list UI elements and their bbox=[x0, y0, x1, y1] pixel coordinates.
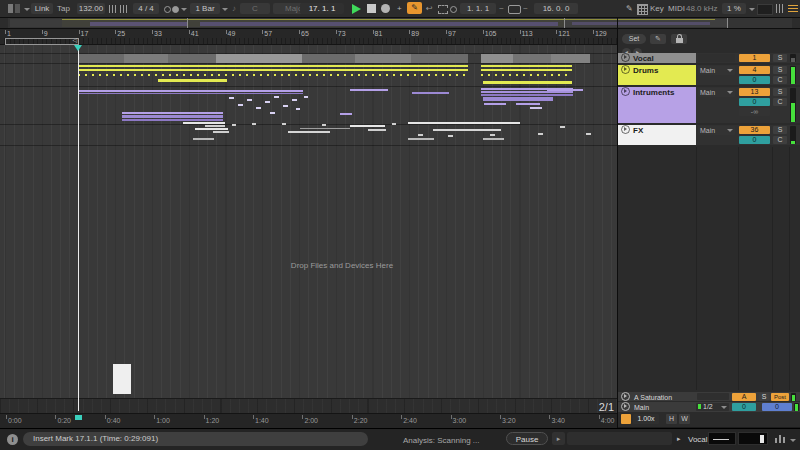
track-height-button[interactable]: H bbox=[666, 414, 677, 424]
set-button[interactable]: Set bbox=[622, 34, 646, 44]
selection-box-icon[interactable] bbox=[438, 5, 448, 14]
clip[interactable] bbox=[288, 131, 330, 133]
loop-end-marker-icon[interactable]: ◁ bbox=[72, 38, 77, 43]
track-row-fx[interactable]: FX Main 36 S 0 C bbox=[618, 125, 800, 145]
midi-arrangement-overdub-button[interactable]: ✎ bbox=[407, 2, 422, 14]
solo-button[interactable]: S bbox=[773, 66, 787, 74]
crossfade-button[interactable]: C bbox=[773, 98, 787, 106]
clip[interactable] bbox=[408, 122, 520, 124]
tap-button[interactable]: Tap bbox=[57, 3, 70, 14]
nudge-down-icon[interactable] bbox=[109, 5, 117, 13]
loop-region-brace[interactable]: ◁ bbox=[5, 38, 79, 45]
punch-in-icon[interactable]: ~ bbox=[499, 3, 504, 14]
time-signature-field[interactable]: 4 / 4 bbox=[133, 3, 159, 14]
meter-caret-icon[interactable] bbox=[790, 439, 796, 442]
clip[interactable] bbox=[483, 81, 572, 84]
clip[interactable] bbox=[78, 74, 468, 76]
track-play-icon[interactable] bbox=[621, 125, 630, 134]
group-unfold-icon[interactable] bbox=[621, 53, 630, 62]
clip[interactable] bbox=[256, 107, 261, 109]
cpu-load-field[interactable]: 1 % bbox=[722, 3, 746, 14]
clip[interactable] bbox=[481, 65, 572, 67]
stop-button[interactable] bbox=[367, 4, 376, 13]
clip[interactable] bbox=[229, 97, 234, 99]
clip[interactable] bbox=[483, 138, 504, 140]
midi-map-button[interactable]: MIDI bbox=[668, 3, 685, 14]
track-name-instruments[interactable]: Intruments bbox=[618, 87, 696, 123]
view-caret-icon[interactable] bbox=[24, 8, 30, 11]
track-width-button[interactable]: W bbox=[679, 414, 690, 424]
clip[interactable] bbox=[296, 108, 300, 110]
draw-mode-button[interactable]: ✎ bbox=[626, 3, 633, 14]
window-view-icon[interactable] bbox=[8, 4, 20, 13]
stretch-mode-icon[interactable] bbox=[621, 414, 631, 424]
track-play-icon[interactable] bbox=[621, 87, 630, 96]
clip[interactable] bbox=[265, 101, 270, 103]
clip[interactable] bbox=[113, 364, 131, 394]
clip[interactable] bbox=[538, 133, 543, 135]
nudge-up-icon[interactable] bbox=[120, 5, 128, 13]
clip[interactable] bbox=[516, 103, 540, 105]
metronome-caret-icon[interactable] bbox=[181, 8, 187, 11]
routing-empty[interactable] bbox=[698, 54, 735, 62]
play-button[interactable] bbox=[352, 4, 361, 14]
lock-button[interactable] bbox=[671, 34, 687, 44]
clip[interactable] bbox=[340, 113, 352, 115]
metronome-off-icon[interactable] bbox=[164, 6, 171, 13]
clip[interactable] bbox=[232, 124, 236, 126]
cue-routing-menu[interactable]: 1/2 bbox=[696, 403, 729, 411]
marker-pencil-button[interactable]: ✎ bbox=[650, 34, 666, 44]
monitor-expand-icon[interactable]: ▸ bbox=[677, 435, 681, 443]
pan-control[interactable]: 0 bbox=[739, 98, 770, 106]
quantize-caret-icon[interactable] bbox=[222, 8, 228, 11]
clip[interactable] bbox=[122, 115, 223, 118]
clip[interactable] bbox=[292, 99, 297, 101]
cpu-caret-icon[interactable] bbox=[749, 8, 755, 11]
clip[interactable] bbox=[78, 65, 468, 67]
loop-length-field[interactable]: 16. 0. 0 bbox=[534, 3, 578, 14]
return-volume[interactable]: A bbox=[732, 393, 756, 401]
clip[interactable] bbox=[484, 103, 506, 105]
insert-marker-icon[interactable] bbox=[74, 45, 82, 51]
clip[interactable] bbox=[412, 92, 449, 94]
track-volume[interactable]: 13 bbox=[739, 88, 770, 96]
track-row-drums[interactable]: Drums Main 4 S 0 C bbox=[618, 65, 800, 85]
solo-button[interactable]: S bbox=[773, 126, 787, 134]
routing-empty[interactable] bbox=[697, 393, 729, 400]
track-volume[interactable]: 4 bbox=[739, 66, 770, 74]
clip[interactable] bbox=[78, 69, 468, 71]
clip[interactable] bbox=[408, 138, 434, 140]
tempo-field[interactable]: 132.00 bbox=[77, 3, 105, 14]
scale-root-menu[interactable]: C bbox=[240, 3, 270, 14]
punch-out-icon[interactable]: ~ bbox=[523, 3, 528, 14]
pan-control[interactable]: 0 bbox=[739, 136, 770, 144]
clip[interactable] bbox=[490, 134, 495, 136]
clip[interactable] bbox=[274, 96, 279, 98]
track-volume[interactable]: 36 bbox=[739, 126, 770, 134]
clip[interactable] bbox=[322, 124, 326, 126]
quantize-menu[interactable]: 1 Bar bbox=[190, 3, 220, 14]
crossfade-button[interactable]: C bbox=[773, 76, 787, 84]
clip[interactable] bbox=[448, 135, 453, 137]
clip[interactable] bbox=[238, 104, 243, 106]
track-name-vocal[interactable]: Vocal bbox=[618, 53, 696, 63]
clip[interactable] bbox=[350, 89, 388, 91]
main-track-row[interactable]: Main 1/2 0 0 bbox=[618, 402, 800, 412]
solo-button[interactable]: S bbox=[773, 54, 787, 62]
clip[interactable] bbox=[304, 96, 308, 98]
clip[interactable] bbox=[283, 105, 288, 107]
clip[interactable] bbox=[158, 79, 227, 82]
clip[interactable] bbox=[513, 54, 551, 63]
device-display-2[interactable] bbox=[738, 432, 768, 445]
key-map-button[interactable]: Key bbox=[650, 3, 664, 14]
highlight-grid-icon[interactable] bbox=[637, 4, 648, 15]
gain-field[interactable]: -∞ bbox=[739, 108, 770, 116]
expand-button[interactable]: ▸ bbox=[552, 432, 565, 445]
link-button[interactable]: Link bbox=[31, 3, 53, 14]
clip[interactable] bbox=[195, 128, 228, 130]
track-play-icon[interactable] bbox=[621, 392, 630, 401]
clip[interactable] bbox=[78, 90, 303, 92]
post-button[interactable]: Post bbox=[771, 393, 789, 401]
clip[interactable] bbox=[183, 122, 225, 124]
solo-button[interactable]: S bbox=[759, 393, 769, 401]
